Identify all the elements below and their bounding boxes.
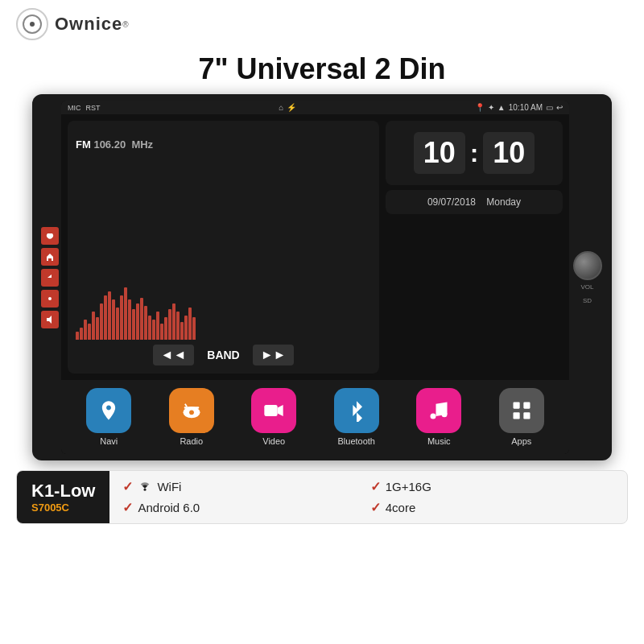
fm-frequency: 106.20 MHz: [93, 129, 153, 153]
device-body: MIC RST ⌂ ⚡ 📍 ✦ ▲ 10:10 AM ▭ ↩: [39, 101, 605, 454]
home-nav-icon: ⌂: [279, 103, 283, 112]
spectrum-bar: [128, 299, 131, 340]
spectrum-bar: [116, 308, 119, 340]
svg-point-9: [442, 411, 448, 417]
back-button[interactable]: [41, 269, 59, 287]
app-icon-navi[interactable]: Navi: [86, 388, 131, 446]
knob-area: VOL SD: [569, 101, 605, 454]
spectrum-bar: [136, 303, 139, 340]
spectrum-bar: [140, 298, 143, 340]
app-icon-video[interactable]: Video: [251, 388, 296, 446]
main-screen: FM 106.20 MHz ◄◄ BAND ►► 10: [61, 114, 569, 380]
volume-knob[interactable]: [573, 251, 602, 280]
app-icon-circle: [169, 388, 214, 433]
spectrum-bar: [124, 287, 127, 340]
home-button[interactable]: [41, 248, 59, 266]
date-display: 09/07/2018: [427, 196, 476, 208]
specs-grid: ✓WiFi✓1G+16G✓Android 6.0✓4core: [109, 471, 627, 523]
status-icons: ⌂ ⚡: [279, 103, 296, 112]
mic-label: MIC: [68, 104, 81, 112]
bluetooth-icon: ✦: [488, 103, 494, 112]
prev-track-button[interactable]: ◄◄: [153, 345, 195, 365]
spectrum-bar: [104, 295, 107, 340]
spectrum-bar: [76, 332, 79, 340]
app-icon-circle: [416, 388, 461, 433]
spectrum-bar: [156, 312, 159, 340]
spectrum-bar: [112, 299, 115, 340]
header: Ownice®: [0, 0, 644, 48]
app-icon-circle: [86, 388, 131, 433]
spectrum-bar: [188, 308, 192, 340]
status-right: 📍 ✦ ▲ 10:10 AM ▭ ↩: [475, 103, 563, 112]
model-sub: S7005C: [31, 502, 95, 514]
app-row: NaviRadioVideoBluetoothMusicApps: [61, 380, 569, 454]
app-icon-bluetooth[interactable]: Bluetooth: [334, 388, 379, 446]
check-icon: ✓: [370, 500, 381, 515]
model-name: K1-Low: [31, 481, 95, 502]
svg-marker-7: [278, 405, 283, 416]
svg-rect-11: [523, 402, 530, 409]
app-icon-radio[interactable]: Radio: [169, 388, 214, 446]
spectrum-bar: [168, 309, 171, 340]
fm-label: FM 106.20 MHz: [76, 129, 371, 154]
date-info: 09/07/2018 Monday: [386, 190, 563, 214]
wifi-icon: [138, 480, 152, 493]
spectrum-bar: [80, 328, 83, 340]
app-label: Bluetooth: [338, 436, 375, 446]
power-button[interactable]: [41, 227, 59, 245]
device: MIC RST ⌂ ⚡ 📍 ✦ ▲ 10:10 AM ▭ ↩: [32, 94, 612, 460]
spectrum-bar: [180, 322, 184, 340]
logo-inner: [23, 14, 42, 34]
spectrum-bar: [184, 316, 188, 340]
app-icon-apps[interactable]: Apps: [499, 388, 544, 446]
svg-rect-10: [513, 402, 519, 409]
spectrum-bar: [172, 303, 175, 340]
app-label: Apps: [511, 436, 531, 446]
app-label: Music: [427, 436, 451, 446]
spec-item: ✓Android 6.0: [122, 499, 366, 518]
check-icon: ✓: [122, 479, 133, 494]
svg-rect-13: [523, 412, 530, 419]
spectrum-bar: [92, 312, 95, 340]
clock-widget: 10 : 10 09/07/2018 Monday: [386, 121, 563, 374]
spec-text: WiFi: [157, 480, 181, 493]
usb-icon: ⚡: [287, 103, 296, 112]
time-display: 10:10 AM: [509, 103, 543, 112]
wifi-status-icon: ▲: [497, 103, 506, 112]
spectrum-bar: [176, 312, 180, 340]
day-display: Monday: [486, 196, 521, 208]
spectrum-bar: [88, 324, 91, 340]
volume-button[interactable]: [41, 311, 59, 328]
spectrum-bar: [120, 295, 123, 340]
app-label: Radio: [180, 436, 203, 446]
svg-rect-12: [513, 412, 519, 419]
check-icon: ✓: [370, 479, 381, 494]
app-icon-circle: [251, 388, 296, 433]
spectrum-bar: [192, 317, 196, 340]
app-icon-music[interactable]: Music: [416, 388, 461, 446]
status-left: MIC RST: [68, 104, 101, 112]
next-track-button[interactable]: ►►: [253, 345, 295, 365]
spectrum-bar: [108, 291, 111, 340]
bottom-strip: K1-Low S7005C ✓WiFi✓1G+16G✓Android 6.0✓4…: [16, 470, 628, 524]
side-buttons: [39, 101, 61, 454]
app-label: Video: [262, 436, 285, 446]
spec-text: Android 6.0: [138, 501, 200, 514]
model-badge: K1-Low S7005C: [17, 471, 109, 523]
spectrum-bar: [144, 306, 147, 340]
spectrum-bar: [164, 317, 167, 340]
svg-point-8: [431, 414, 436, 419]
spectrum-bar: [148, 316, 151, 340]
clock-separator: :: [470, 138, 479, 168]
status-bar: MIC RST ⌂ ⚡ 📍 ✦ ▲ 10:10 AM ▭ ↩: [61, 101, 569, 114]
settings-button[interactable]: [41, 290, 59, 308]
svg-rect-6: [265, 405, 278, 416]
battery-icon: ▭: [546, 103, 553, 112]
app-icon-circle: [334, 388, 379, 433]
brand-name: Ownice: [55, 14, 122, 35]
svg-marker-1: [47, 316, 52, 324]
spec-text: 1G+16G: [386, 480, 431, 493]
spec-item: ✓1G+16G: [370, 477, 614, 496]
spec-text: 4core: [386, 501, 416, 514]
brand-reg: ®: [122, 20, 128, 29]
